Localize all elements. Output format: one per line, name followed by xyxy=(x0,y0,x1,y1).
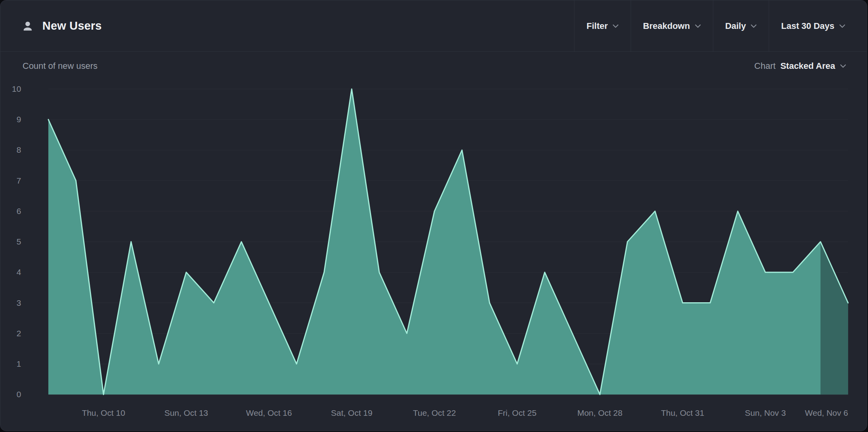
chart-type-caption: Chart xyxy=(754,61,776,71)
x-axis-tick-label: Wed, Nov 6 xyxy=(805,408,848,417)
user-icon xyxy=(21,19,34,33)
filter-label: Filter xyxy=(586,21,608,31)
new-users-report-card: New Users Filter Breakdown Daily xyxy=(0,0,867,431)
filter-control[interactable]: Filter xyxy=(574,0,631,51)
x-axis-tick-label: Sun, Oct 13 xyxy=(164,408,208,417)
chevron-down-icon xyxy=(840,64,846,68)
y-axis-tick-label: 4 xyxy=(17,267,21,277)
x-axis-tick-label: Wed, Oct 16 xyxy=(246,408,292,417)
chevron-down-icon xyxy=(750,24,757,28)
y-axis-tick-label: 7 xyxy=(17,176,21,185)
x-axis-tick-label: Tue, Oct 22 xyxy=(413,408,456,417)
y-axis-tick-label: 5 xyxy=(17,237,21,246)
breakdown-label: Breakdown xyxy=(643,21,690,31)
page-title: New Users xyxy=(42,19,102,32)
stacked-area-chart: 012345678910Thu, Oct 10Sun, Oct 13Wed, O… xyxy=(0,80,867,431)
interval-control[interactable]: Daily xyxy=(713,0,769,51)
date-range-label: Last 30 Days xyxy=(781,21,834,31)
y-axis-tick-label: 6 xyxy=(17,207,21,216)
y-axis-tick-label: 9 xyxy=(17,115,21,124)
chevron-down-icon xyxy=(839,24,845,28)
x-axis-tick-label: Sat, Oct 19 xyxy=(331,408,373,417)
title-group: New Users xyxy=(0,19,102,33)
y-axis-tick-label: 2 xyxy=(17,329,21,338)
chart-subheader: Count of new users Chart Stacked Area xyxy=(0,52,867,80)
interval-label: Daily xyxy=(725,21,746,31)
incomplete-period-overlay xyxy=(821,242,848,394)
chart-type-selector[interactable]: Chart Stacked Area xyxy=(754,61,846,71)
x-axis-tick-label: Sun, Nov 3 xyxy=(745,408,786,417)
card-header: New Users Filter Breakdown Daily xyxy=(0,0,867,52)
chart-type-value: Stacked Area xyxy=(780,61,835,71)
y-axis-tick-label: 0 xyxy=(17,390,21,399)
y-axis-tick-label: 10 xyxy=(12,84,21,93)
x-axis-tick-label: Thu, Oct 10 xyxy=(82,408,125,417)
chevron-down-icon xyxy=(695,24,701,28)
x-axis-tick-label: Thu, Oct 31 xyxy=(661,408,704,417)
breakdown-control[interactable]: Breakdown xyxy=(631,0,713,51)
y-axis-tick-label: 1 xyxy=(17,359,21,368)
metric-label: Count of new users xyxy=(23,61,98,71)
x-axis-tick-label: Fri, Oct 25 xyxy=(498,408,536,417)
date-range-control[interactable]: Last 30 Days xyxy=(769,0,857,51)
chevron-down-icon xyxy=(612,24,619,28)
x-axis-tick-label: Mon, Oct 28 xyxy=(577,408,622,417)
y-axis-tick-label: 8 xyxy=(17,145,21,154)
header-controls: Filter Breakdown Daily Las xyxy=(574,0,867,51)
y-axis-tick-label: 3 xyxy=(17,298,21,307)
